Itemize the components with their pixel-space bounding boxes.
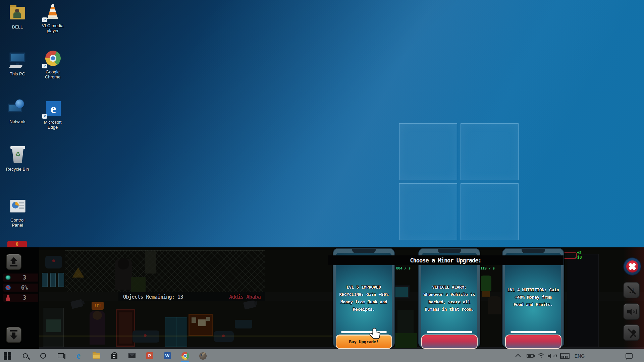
taskbar-word[interactable]: W: [160, 349, 175, 362]
lockers: [165, 317, 187, 347]
chrome-icon: ↗: [43, 49, 62, 68]
desktop-icon-label: Control Panel: [5, 218, 30, 228]
mouse-cursor: [368, 327, 382, 342]
battery-icon: [527, 354, 534, 358]
task-view-button[interactable]: [53, 349, 68, 362]
action-center-button[interactable]: [623, 349, 635, 362]
desktop-icon-edge[interactable]: e ↗ Microsoft Edge: [34, 99, 71, 130]
powerpoint-icon: P: [146, 352, 153, 359]
notification-tab[interactable]: 0: [7, 241, 27, 247]
buy-upgrade-button-disabled[interactable]: [505, 335, 561, 349]
down-arrow-icon: [10, 336, 17, 340]
buy-upgrade-button-disabled[interactable]: [421, 335, 478, 349]
modal-title-bar: Choose a Minor Upgrade:: [328, 255, 564, 265]
taskbar-edge[interactable]: e: [71, 349, 86, 362]
server-rack: [567, 254, 599, 347]
search-button[interactable]: [18, 349, 33, 362]
income-rate-left: 804 / s: [396, 266, 411, 270]
green-machine: [395, 333, 417, 348]
word-icon: W: [164, 352, 171, 359]
wallpaper-shading: [0, 0, 644, 247]
close-button[interactable]: [623, 257, 641, 276]
orb-icon: [5, 275, 11, 280]
task-view-icon: [58, 353, 64, 358]
desktop-icon-dell[interactable]: DELL: [0, 4, 36, 29]
wifi-icon: [537, 353, 545, 359]
windows-start-icon: [4, 352, 11, 360]
city-name-label: Addis Ababa: [229, 294, 261, 300]
chrome-icon: [181, 352, 189, 360]
desktop-icon-chrome[interactable]: ↗ Google Chrome: [34, 49, 71, 79]
stat-value: 3: [13, 294, 36, 301]
taskbar-powerpoint[interactable]: P: [142, 349, 157, 362]
phone-notch: [352, 249, 376, 253]
stat-row-world-percent: 6%: [3, 284, 38, 292]
windows-logo-pane: [461, 183, 519, 240]
start-button[interactable]: [0, 349, 15, 362]
shortcut-arrow-icon: ↗: [42, 114, 47, 119]
game-window: 0 !?!: [0, 247, 644, 349]
desktop-icon-recycle-bin[interactable]: ♻ Recycle Bin: [0, 146, 36, 172]
arcade-machine: [43, 308, 64, 347]
edge-icon: e ↗: [43, 99, 62, 118]
globe-icon: [5, 285, 11, 290]
taskbar-game-app[interactable]: [196, 349, 210, 362]
desktop-icon-label: Microsoft Edge: [40, 120, 65, 130]
desktop-icon-vlc[interactable]: ↗ VLC media player: [34, 3, 71, 33]
stat-row-robots: 3: [3, 274, 38, 282]
robot: [397, 310, 414, 333]
taskbar-file-explorer[interactable]: [89, 349, 104, 362]
taskbar-mail[interactable]: [124, 349, 139, 362]
vlc-cone-icon: ↗: [43, 3, 62, 21]
speaker-icon: [627, 308, 636, 315]
chevron-up-icon: [515, 354, 521, 359]
highlight-red-box: [563, 252, 577, 259]
plant: [481, 276, 491, 291]
phone-notch: [522, 249, 545, 253]
windows-logo-pane: [399, 123, 457, 180]
alert-bubble: !?!: [92, 302, 104, 310]
scroll-up-button[interactable]: [6, 254, 21, 270]
pin-toggle-button[interactable]: [623, 324, 640, 341]
tray-network[interactable]: [536, 349, 546, 362]
crates: [131, 277, 146, 292]
scroll-down-button[interactable]: [6, 327, 21, 343]
upgrade-description: LVL 4 NUTRITION: Gain +40% Money from Fo…: [504, 286, 562, 308]
mail-icon: [128, 353, 136, 358]
taskbar-chrome[interactable]: [178, 349, 193, 362]
desktop-icon-control-panel[interactable]: Control Panel: [0, 197, 36, 228]
tray-volume[interactable]: [547, 349, 557, 362]
close-icon: [626, 260, 638, 273]
desktop-icon-label: Recycle Bin: [0, 167, 36, 172]
touch-keyboard-icon: [560, 353, 570, 359]
taskbar-store[interactable]: [107, 349, 121, 362]
human-character: [115, 259, 132, 290]
sound-toggle-button[interactable]: [623, 303, 640, 320]
game-app-icon: [199, 352, 207, 360]
up-arrow-icon: [10, 257, 17, 261]
buy-upgrade-button[interactable]: Buy Upgrade!: [336, 335, 392, 349]
bulletin-board: [189, 314, 213, 336]
monitor-icon: [8, 51, 27, 70]
folder-user-icon: [8, 4, 27, 23]
windows-logo: [399, 123, 519, 240]
upgrade-progress-line: [511, 331, 556, 333]
shortcut-arrow-icon: ↗: [42, 17, 47, 22]
windows-logo-pane: [399, 183, 457, 240]
smiley-monitor: [393, 285, 410, 299]
upgrade-description: LVL 5 IMPROVED RECYCLING: Gain +50% Mone…: [335, 284, 393, 313]
tray-touch-keyboard[interactable]: [559, 349, 571, 362]
music-toggle-button[interactable]: ♫: [623, 282, 640, 298]
desktop-icon-label: VLC media player: [40, 23, 65, 33]
desktop-icon-network[interactable]: Network: [0, 99, 36, 124]
upgrade-description: VEHICLE ALARM: Whenever a Vehicle is hac…: [420, 284, 478, 313]
desktop-icon-label: This PC: [0, 71, 36, 76]
tray-language[interactable]: ENG: [572, 349, 587, 362]
gain-units-label: +8: [577, 250, 581, 255]
desktop-icon-this-pc[interactable]: This PC: [0, 51, 36, 76]
cortana-button[interactable]: [36, 349, 50, 362]
tray-battery[interactable]: [525, 349, 535, 362]
tray-show-hidden-icons[interactable]: [514, 349, 523, 362]
edge-icon: e: [76, 351, 80, 360]
modal-title: Choose a Minor Upgrade:: [410, 257, 481, 264]
